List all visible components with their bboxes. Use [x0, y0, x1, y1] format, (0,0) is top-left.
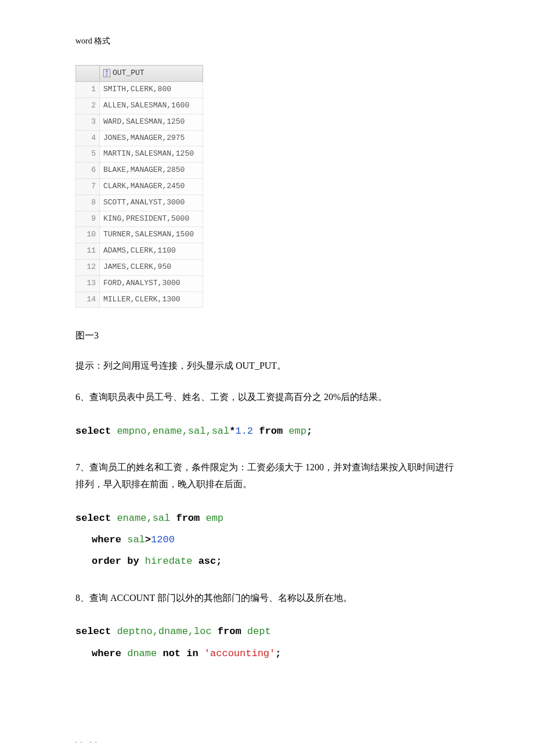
row-value: FORD,ANALYST,3000: [100, 275, 203, 291]
hint-text: 提示：列之间用逗号连接，列头显示成 OUT_PUT。: [75, 358, 459, 375]
table-row: 12JAMES,CLERK,950: [76, 259, 203, 275]
row-number: 6: [76, 163, 100, 179]
table-row: 4JONES,MANAGER,2975: [76, 130, 203, 146]
code-8: select deptno,dname,loc from dept where …: [75, 621, 459, 664]
row-value: KING,PRESIDENT,5000: [100, 211, 203, 227]
table-row: 2ALLEN,SALESMAN,1600: [76, 98, 203, 114]
table-row: 7CLARK,MANAGER,2450: [76, 178, 203, 195]
row-number: 9: [76, 211, 100, 227]
table-row: 6BLAKE,MANAGER,2850: [76, 163, 203, 179]
table-row: 9KING,PRESIDENT,5000: [76, 211, 203, 227]
table-row: 14MILLER,CLERK,1300: [76, 291, 203, 308]
question-6: 6、查询职员表中员工号、姓名、工资，以及工资提高百分之 20%后的结果。: [75, 389, 459, 406]
row-number: 8: [76, 195, 100, 211]
row-number: 12: [76, 259, 100, 275]
row-value: MILLER,CLERK,1300: [100, 291, 203, 308]
question-8: 8、查询 ACCOUNT 部门以外的其他部门的编号、名称以及所在地。: [75, 590, 459, 607]
row-number: 3: [76, 114, 100, 130]
row-value: WARD,SALESMAN,1250: [100, 114, 203, 130]
row-value: ALLEN,SALESMAN,1600: [100, 98, 203, 114]
row-value: SMITH,CLERK,800: [100, 82, 203, 98]
row-value: MARTIN,SALESMAN,1250: [100, 146, 203, 163]
row-value: CLARK,MANAGER,2450: [100, 178, 203, 195]
row-number: 7: [76, 178, 100, 195]
table-row: 3WARD,SALESMAN,1250: [76, 114, 203, 130]
table-row: 8SCOTT,ANALYST,3000: [76, 195, 203, 211]
row-number: 11: [76, 243, 100, 260]
rownum-header: [76, 66, 100, 82]
row-value: JONES,MANAGER,2975: [100, 130, 203, 146]
table-row: 5MARTIN,SALESMAN,1250: [76, 146, 203, 163]
row-value: SCOTT,ANALYST,3000: [100, 195, 203, 211]
table-row: 10TURNER,SALESMAN,1500: [76, 227, 203, 243]
row-number: 13: [76, 275, 100, 291]
code-7: select ename,sal from emp where sal>1200…: [75, 507, 459, 573]
column-header: AZOUT_PUT: [100, 66, 203, 82]
page-header: word 格式: [75, 35, 459, 48]
row-value: ADAMS,CLERK,1100: [100, 243, 203, 260]
question-7: 7、查询员工的姓名和工资，条件限定为：工资必须大于 1200，并对查询结果按入职…: [75, 459, 459, 493]
row-number: 1: [76, 82, 100, 98]
table-row: 1SMITH,CLERK,800: [76, 82, 203, 98]
row-number: 10: [76, 227, 100, 243]
figure-label: 图一3: [75, 328, 459, 343]
row-value: TURNER,SALESMAN,1500: [100, 227, 203, 243]
sort-icon: AZ: [103, 69, 110, 77]
row-number: 5: [76, 146, 100, 163]
row-number: 4: [76, 130, 100, 146]
row-number: 14: [76, 291, 100, 308]
row-value: BLAKE,MANAGER,2850: [100, 163, 203, 179]
row-number: 2: [76, 98, 100, 114]
table-row: 13FORD,ANALYST,3000: [76, 275, 203, 291]
table-row: 11ADAMS,CLERK,1100: [76, 243, 203, 260]
row-value: JAMES,CLERK,950: [100, 259, 203, 275]
code-6: select empno,ename,sal,sal*1.2 from emp;: [75, 420, 459, 442]
output-table: AZOUT_PUT 1SMITH,CLERK,8002ALLEN,SALESMA…: [75, 65, 203, 308]
